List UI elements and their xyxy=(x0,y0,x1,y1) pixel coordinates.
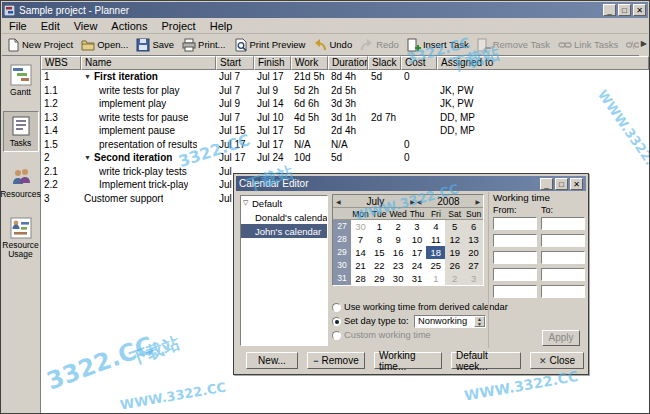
calendar-day[interactable]: 22 xyxy=(370,259,389,272)
day-type-combo[interactable]: Nonworking▲▼ xyxy=(414,315,486,328)
minimize-icon[interactable]: _ xyxy=(603,4,616,16)
calendar-day[interactable]: 23 xyxy=(389,259,408,272)
sidebar-item-resources[interactable]: Resources xyxy=(3,162,39,203)
calendar-day[interactable]: 4 xyxy=(426,220,445,233)
calendar-day[interactable]: 1 xyxy=(370,220,389,233)
task-row-1-4[interactable]: 1.4implement pauseJul 15Jul 175d2d 4hDD,… xyxy=(41,124,649,138)
maximize-icon[interactable]: □ xyxy=(618,4,631,16)
column-header-wbs[interactable]: WBS xyxy=(41,56,81,70)
calendar-day[interactable]: 3 xyxy=(464,272,483,285)
calendar-day-selected[interactable]: 18 xyxy=(426,246,445,259)
calendar-day[interactable]: 11 xyxy=(426,233,445,246)
task-row-1-5[interactable]: 1.5presentation of resultsJul 17Jul 17N/… xyxy=(41,138,649,152)
working-time-to-input[interactable] xyxy=(541,251,585,264)
menu-actions[interactable]: Actions xyxy=(104,19,154,33)
tree-expander-icon[interactable]: ▽ xyxy=(243,199,252,207)
window-titlebar[interactable]: Sample project - Planner _ □ ✕ xyxy=(2,2,648,18)
calendar-day[interactable]: 30 xyxy=(389,272,408,285)
column-header-finish[interactable]: Finish xyxy=(254,56,291,70)
radio-icon[interactable] xyxy=(332,331,341,340)
dialog-titlebar[interactable]: Calendar Editor _ □ ✕ xyxy=(236,176,586,191)
calendar-day[interactable]: 9 xyxy=(389,233,408,246)
calendar-day[interactable]: 30 xyxy=(351,220,370,233)
task-row-1-1[interactable]: 1.1write tests for playJul 7Jul 95d 2h2d… xyxy=(41,84,649,98)
calendar-day[interactable]: 28 xyxy=(351,272,370,285)
calendar-day[interactable]: 20 xyxy=(464,246,483,259)
toolbar-print-preview-button[interactable]: Print Preview xyxy=(230,37,310,53)
calendar-day[interactable]: 15 xyxy=(370,246,389,259)
calendar-day[interactable]: 24 xyxy=(408,259,427,272)
calendar-day[interactable]: 14 xyxy=(351,246,370,259)
close-icon[interactable]: ✕ xyxy=(633,4,646,16)
next-month-icon[interactable]: ▶ xyxy=(409,198,416,205)
menu-view[interactable]: View xyxy=(67,19,105,33)
expander-icon[interactable]: ▼ xyxy=(84,70,93,84)
working-time-from-input[interactable] xyxy=(493,285,537,298)
task-row-1[interactable]: 1▼First iterationJul 7Jul 1721d 5h8d 4h5… xyxy=(41,70,649,84)
menu-project[interactable]: Project xyxy=(154,19,202,33)
calendar-day[interactable]: 29 xyxy=(370,272,389,285)
calendar-day[interactable]: 1 xyxy=(426,272,445,285)
calendar-day[interactable]: 2 xyxy=(389,220,408,233)
menu-edit[interactable]: Edit xyxy=(34,19,67,33)
prev-year-icon[interactable]: ◀ xyxy=(416,198,423,205)
calendar-day[interactable]: 19 xyxy=(445,246,464,259)
calendar-day[interactable]: 13 xyxy=(464,233,483,246)
working-time-to-input[interactable] xyxy=(541,268,585,281)
toolbar-overflow-icon[interactable]: ▶ xyxy=(641,39,647,48)
column-header-cost[interactable]: Cost xyxy=(401,56,437,70)
calendar-day[interactable]: 7 xyxy=(351,233,370,246)
calendar-day[interactable]: 10 xyxy=(408,233,427,246)
working-time-from-input[interactable] xyxy=(493,268,537,281)
dialog-minimize-icon[interactable]: _ xyxy=(540,178,553,190)
working-time-to-input[interactable] xyxy=(541,234,585,247)
working-time-button[interactable]: Working time... xyxy=(374,352,442,369)
toolbar-save-button[interactable]: Save xyxy=(132,37,178,53)
toolbar-open-button[interactable]: Open... xyxy=(77,37,132,53)
menu-help[interactable]: Help xyxy=(203,19,240,33)
calendar-day[interactable]: 8 xyxy=(370,233,389,246)
column-header-start[interactable]: Start xyxy=(216,56,254,70)
calendar-day[interactable]: 6 xyxy=(464,220,483,233)
column-header-duration[interactable]: Duration xyxy=(328,56,368,70)
column-header-name[interactable]: Name xyxy=(81,56,216,70)
sidebar-item-tasks[interactable]: Tasks xyxy=(3,111,39,152)
toolbar-insert-task-button[interactable]: Insert Task xyxy=(403,37,473,53)
close-button[interactable]: ✕Close xyxy=(530,352,584,369)
task-row-1-2[interactable]: 1.2implement playJul 9Jul 146d 6h3d 3hJK… xyxy=(41,97,649,111)
apply-button[interactable]: Apply xyxy=(542,330,580,346)
task-row-2[interactable]: 2▼Second iterationJul 17Jul 2410d5d0 xyxy=(41,151,649,165)
column-header-assigned-to[interactable]: Assigned to xyxy=(437,56,649,70)
calendar-tree-item-john-s-calendar[interactable]: John's calendar xyxy=(241,224,327,238)
calendar-day[interactable]: 3 xyxy=(408,220,427,233)
default-week-button[interactable]: Default week... xyxy=(451,352,521,369)
dialog-close-icon[interactable]: ✕ xyxy=(570,178,583,190)
column-header-slack[interactable]: Slack xyxy=(368,56,401,70)
radio-icon[interactable] xyxy=(332,317,341,326)
calendar-day[interactable]: 2 xyxy=(445,272,464,285)
working-time-from-input[interactable] xyxy=(493,251,537,264)
menu-file[interactable]: File xyxy=(2,19,34,33)
radio-icon[interactable] xyxy=(332,303,341,312)
option-set-day-type-to[interactable]: Set day type to:Nonworking▲▼ xyxy=(332,314,486,328)
calendar-day[interactable]: 16 xyxy=(389,246,408,259)
sidebar-item-gantt[interactable]: Gantt xyxy=(3,60,39,101)
working-time-from-input[interactable] xyxy=(493,234,537,247)
calendar-day[interactable]: 27 xyxy=(464,259,483,272)
new-button[interactable]: New... xyxy=(246,352,298,369)
option-use-working-time-from-derived-calendar[interactable]: Use working time from derived calendar xyxy=(332,300,486,314)
working-time-from-input[interactable] xyxy=(493,217,537,230)
calendar-day[interactable]: 25 xyxy=(426,259,445,272)
toolbar-new-project-button[interactable]: New Project xyxy=(2,37,77,53)
calendar-day[interactable]: 12 xyxy=(445,233,464,246)
calendar-day[interactable]: 31 xyxy=(408,272,427,285)
prev-month-icon[interactable]: ◀ xyxy=(335,198,342,205)
calendar-tree-item-donald-s-calendar[interactable]: Donald's calendar xyxy=(241,210,327,224)
task-row-1-3[interactable]: 1.3write tests for pauseJul 7Jul 104d 5h… xyxy=(41,111,649,125)
calendar-day[interactable]: 21 xyxy=(351,259,370,272)
toolbar-undo-button[interactable]: Undo xyxy=(309,37,356,53)
toolbar-print-button[interactable]: Print... xyxy=(178,37,229,53)
expander-icon[interactable]: ▼ xyxy=(84,151,93,165)
next-year-icon[interactable]: ▶ xyxy=(474,198,481,205)
dialog-maximize-icon[interactable]: □ xyxy=(555,178,568,190)
